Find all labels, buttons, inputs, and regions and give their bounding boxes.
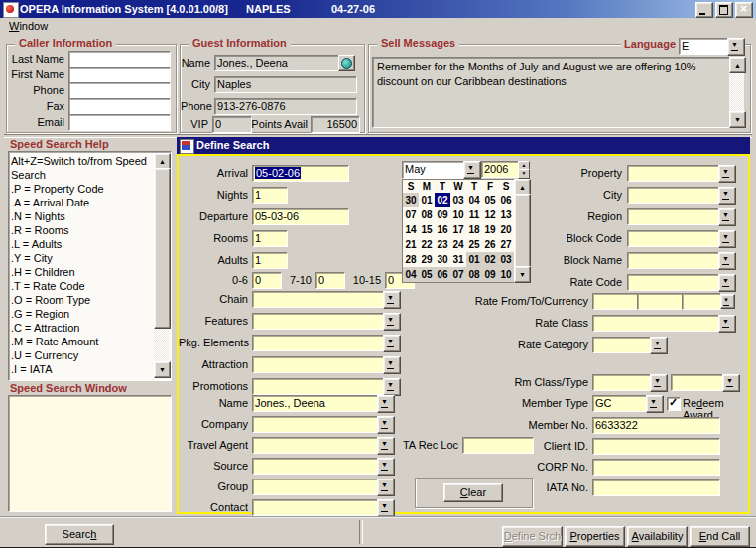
help-list-item[interactable]: .C = Attraction [11,321,152,335]
help-list-item[interactable]: .T = Rate Code [11,279,152,293]
rate-to-field[interactable] [637,293,685,310]
define-search-icon [180,139,194,154]
rate-category-lov-button[interactable] [650,337,668,354]
rm-class-lov-button[interactable] [650,374,668,392]
text-field[interactable] [252,291,385,308]
caller-field-label: First Name [7,67,64,82]
lov-button[interactable] [377,395,395,413]
currency-lov-button[interactable] [720,294,735,309]
guest-city-field[interactable]: Naples [214,76,357,93]
rate-from-field[interactable] [592,293,640,310]
help-list-item[interactable]: .U = Currency [11,348,152,362]
help-list-item[interactable]: .M = Rate Amount [11,335,152,348]
lov-button[interactable] [718,165,736,183]
text-field[interactable] [627,230,720,247]
text-field[interactable] [592,438,720,455]
lov-button[interactable] [718,187,736,205]
scroll-up-icon[interactable] [729,57,746,73]
caller-text-field[interactable] [68,82,171,99]
scroll-down-icon[interactable] [154,361,171,378]
end-call-button[interactable]: End Call [690,526,750,547]
window-title: OPERA Information System [4.0.01.00/8] [20,3,228,15]
text-field[interactable]: 6633322 [592,417,720,434]
help-list-item[interactable]: .I = IATA [11,362,152,376]
sell-messages-scrollbar[interactable] [729,57,744,128]
define-search-titlebar: Define Search [177,137,750,154]
text-field[interactable] [627,208,720,225]
help-list-item[interactable]: .L = Adults [11,237,152,251]
caller-text-field[interactable] [68,51,171,68]
scrollbar-thumb[interactable] [154,168,171,329]
text-field[interactable] [592,480,720,496]
lov-button[interactable] [383,313,401,331]
text-field[interactable] [592,459,720,476]
menu-window[interactable]: Window [4,19,53,33]
close-button[interactable] [735,2,753,18]
lov-button[interactable] [383,378,401,396]
lov-button[interactable] [377,499,395,517]
text-field[interactable] [252,335,385,351]
text-field[interactable] [252,378,385,395]
text-field[interactable] [252,313,385,330]
clear-button[interactable]: Clear [443,483,503,502]
rm-class-field[interactable] [592,374,652,391]
language-label: Language [621,38,679,50]
field-label: Block Code [179,230,622,246]
guest-phone-field[interactable]: 913-276-0876 [214,98,357,115]
text-field[interactable] [627,187,720,204]
caller-text-field[interactable] [68,114,171,131]
lov-button[interactable] [383,335,401,352]
lov-button[interactable] [718,274,736,292]
scroll-down-icon[interactable] [729,111,746,128]
help-list-item[interactable]: .R = Rooms [11,223,152,237]
language-dropdown-button[interactable] [727,38,745,56]
lov-button[interactable] [718,252,736,270]
caller-text-field[interactable] [68,67,171,83]
vip-field[interactable]: 0 [212,116,252,133]
language-select[interactable]: E [679,38,728,55]
rate-class-lov-button[interactable] [718,315,736,333]
member-type-lov-button[interactable] [646,395,664,413]
lov-button[interactable] [383,291,401,309]
help-list-item[interactable]: .G = Region [11,307,152,321]
rate-class-label: Rate Class [420,315,588,331]
help-list-item[interactable]: .H = Children [11,265,152,279]
lov-button[interactable] [718,230,736,248]
rm-type-field[interactable] [671,374,724,391]
help-list-item[interactable]: .N = Nights [11,209,152,223]
text-field[interactable] [252,499,379,516]
help-list-item[interactable]: .Y = City [11,251,152,265]
help-list-item[interactable]: .O = Room Type [11,293,152,307]
member-type-field[interactable]: GC [592,395,648,412]
points-avail-field[interactable]: 16500 [311,116,360,133]
define-srch-button[interactable]: Define Srch [502,526,563,547]
globe-button[interactable] [338,55,355,71]
help-list-item[interactable]: .P = Property Code [11,182,152,196]
help-list-scrollbar[interactable] [154,153,169,378]
guest-name-field[interactable]: Jones., Deena [214,55,341,71]
rate-from-to-currency-label: Rate From/To/Currency [420,293,588,309]
availability-button[interactable]: Availability [627,526,688,547]
field-label: Name [179,395,248,411]
lov-button[interactable] [718,208,736,226]
help-list-item[interactable]: .A = Arrival Date [11,196,152,209]
redeem-award-checkbox[interactable] [667,397,681,411]
maximize-button[interactable] [715,2,733,18]
text-field[interactable] [627,274,720,291]
minimize-button[interactable] [695,2,713,18]
text-field[interactable] [252,356,385,373]
currency-field[interactable] [682,293,721,310]
rate-category-field[interactable] [592,337,652,353]
text-field[interactable] [627,252,720,269]
caller-text-field[interactable] [68,98,171,115]
lov-button[interactable] [383,356,401,374]
help-list-item[interactable]: Alt+Z=Switch to/from Speed Search [11,154,152,182]
properties-button[interactable]: Properties [565,526,625,547]
rate-class-field[interactable] [592,315,720,332]
search-button[interactable]: Search [45,524,114,545]
clear-group: Clear [415,478,533,508]
text-field[interactable]: Jones., Deena [252,395,379,412]
text-field[interactable] [627,165,720,182]
rm-type-lov-button[interactable] [722,374,740,392]
speed-search-textarea[interactable] [8,395,172,512]
